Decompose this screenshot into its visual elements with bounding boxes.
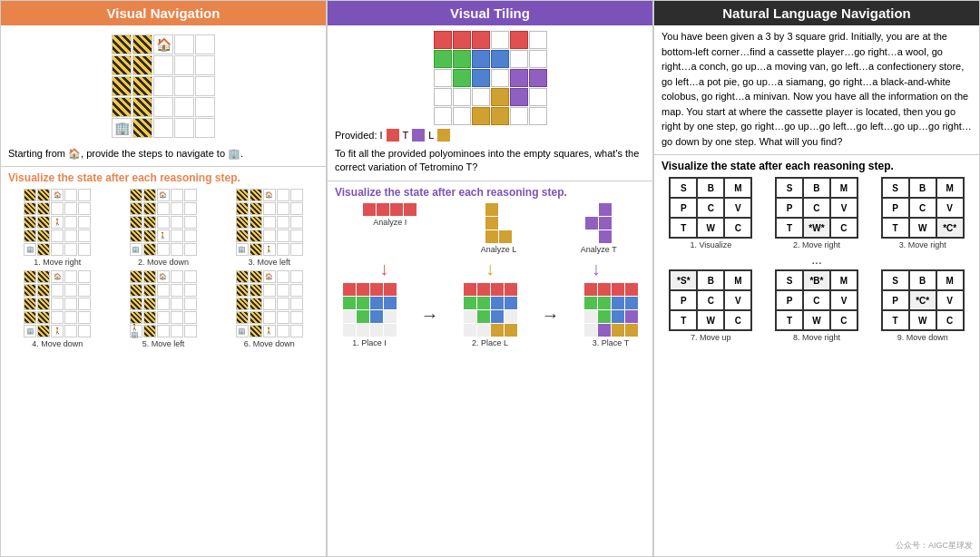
step-5-grid: 🏠 🚶🏢 <box>130 270 197 337</box>
separator <box>1 166 326 167</box>
arrow-right-1: → <box>421 306 439 324</box>
place-L-label: 2. Place L <box>472 338 508 347</box>
main-nav-grid-area: 🏠 <box>1 25 326 143</box>
nav-cell <box>112 97 132 117</box>
nav-cell <box>174 76 194 96</box>
step-2: 🏠 🚶 🏢 2. Move down <box>130 189 197 267</box>
swatch-yellow <box>437 129 450 142</box>
place-steps-row: 1. Place I → <box>328 281 652 349</box>
swatch-red <box>387 129 399 142</box>
step-3: 🏠 🏢🚶 3. Move left <box>236 189 303 267</box>
middle-reasoning-label: Visualize the state after each reasoning… <box>328 183 652 201</box>
nav-cell <box>195 76 215 96</box>
nav-cell <box>132 34 152 54</box>
nav-cell <box>153 55 173 75</box>
letter-grid-8: S*B*M PCV TWC <box>775 269 858 331</box>
nlp-steps-row-2: *S*BM PCV TWC 7. Move up S*B*M PCV TWC 8… <box>654 268 979 344</box>
step-5-label: 5. Move left <box>142 339 185 348</box>
step-6: 🏠 🏢🚶 6. Move down <box>236 270 303 348</box>
nav-cell <box>132 118 152 138</box>
nav-cell <box>132 55 152 75</box>
letter-grid-1: SBM PCV TWC <box>669 177 752 239</box>
swatch-purple <box>412 129 425 142</box>
nav-cell <box>174 118 194 138</box>
nlp-step-3: SBM PCV TW*C* 3. Move right <box>881 177 965 249</box>
main-nav-grid: 🏠 <box>112 34 215 138</box>
provided-row: Provided: I T L <box>328 127 652 143</box>
left-reasoning-label: Visualize the state after each reasoning… <box>1 169 326 187</box>
analyze-T-label: Analyze T <box>581 245 617 254</box>
main-tiling-area <box>328 25 652 127</box>
nlp-step-2: SBM PCV T*W*C 2. Move right <box>775 177 858 249</box>
letter-grid-7: *S*BM PCV TWC <box>669 269 752 331</box>
nav-cell <box>112 76 132 96</box>
panel-right: Natural Language Navigation You have bee… <box>654 1 979 556</box>
nav-cell <box>153 118 173 138</box>
right-text: You have been given a 3 by 3 square grid… <box>654 25 979 152</box>
letter-grid-9: SBM P*C*V TWC <box>881 269 965 331</box>
step-1-label: 1. Move right <box>34 258 81 267</box>
step-2-grid: 🏠 🚶 🏢 <box>130 189 197 256</box>
nlp-steps-row-1: SBM PCV TWC 1. Visualize SBM PCV T*W*C 2… <box>654 175 979 251</box>
nlp-step-9: SBM P*C*V TWC 9. Move down <box>881 269 965 342</box>
left-question: Starting from 🏠, provide the steps to na… <box>1 143 326 164</box>
letter-grid-3: SBM PCV TW*C* <box>881 177 965 239</box>
step-6-grid: 🏠 🏢🚶 <box>236 270 303 337</box>
step-1-grid: 🏠 🚶 🏢 <box>24 189 91 256</box>
right-panel-header: Natural Language Navigation <box>654 1 979 25</box>
ellipsis: ... <box>654 251 979 268</box>
nav-cell <box>195 97 215 117</box>
nlp-step-7-label: 7. Move up <box>691 333 731 342</box>
place-L: 2. Place L <box>464 283 517 347</box>
step-5: 🏠 🚶🏢 5. Move left <box>130 270 197 348</box>
middle-panel-header: Visual Tiling <box>328 1 652 25</box>
place-I: 1. Place I <box>343 283 397 347</box>
place-I-label: 1. Place I <box>352 338 387 347</box>
left-panel-header: Visual Navigation <box>1 1 326 25</box>
nav-cell <box>112 34 132 54</box>
nlp-step-7: *S*BM PCV TWC 7. Move up <box>669 269 752 342</box>
nav-cell-building: 🏢 <box>112 118 132 138</box>
nav-cell <box>174 97 194 117</box>
arrows-row: ↓ ↓ ↓ <box>328 256 652 281</box>
nav-cell <box>132 97 152 117</box>
arrow-right-2: → <box>542 306 560 324</box>
place-T-label: 3. Place T <box>593 338 629 347</box>
step-1: 🏠 🚶 🏢 1. Move right <box>24 189 91 267</box>
separator <box>654 154 979 155</box>
nav-cell <box>174 55 194 75</box>
analyze-I: Analyze I <box>363 203 416 227</box>
step-3-grid: 🏠 🏢🚶 <box>236 189 303 256</box>
middle-question: To fit all the provided polyominoes into… <box>328 143 652 179</box>
nav-cell <box>132 76 152 96</box>
analyze-steps-row: Analyze I Analyze L <box>328 201 652 256</box>
nlp-step-1: SBM PCV TWC 1. Visualize <box>669 177 752 249</box>
step-4-grid: 🏠 🏢🚶 <box>24 270 91 337</box>
place-T: 3. Place T <box>584 283 638 347</box>
arrow-T: ↓ <box>592 259 601 278</box>
analyze-T: Analyze T <box>581 203 617 254</box>
nav-cell <box>153 76 173 96</box>
arrow-I: ↓ <box>379 259 388 278</box>
nlp-step-9-label: 9. Move down <box>897 333 948 342</box>
letter-grid-2: SBM PCV T*W*C <box>775 177 858 239</box>
step-4: 🏠 🏢🚶 4. Move down <box>24 270 91 348</box>
nlp-step-8-label: 8. Move right <box>793 333 840 342</box>
separator <box>328 181 652 181</box>
steps-row-1: 🏠 🚶 🏢 1. Move right 🏠 🚶 🏢 2. Move do <box>1 187 326 269</box>
panel-middle: Visual Tiling <box>328 1 654 556</box>
nlp-step-2-label: 2. Move right <box>793 240 840 249</box>
nav-cell <box>195 118 215 138</box>
nlp-step-1-label: 1. Visualize <box>690 240 731 249</box>
analyze-I-label: Analyze I <box>373 218 407 227</box>
nav-cell <box>112 55 132 75</box>
analyze-L-label: Analyze L <box>481 245 517 254</box>
analyze-L: Analyze L <box>481 203 517 254</box>
panel-left: Visual Navigation 🏠 <box>1 1 328 556</box>
step-2-label: 2. Move down <box>138 258 189 267</box>
step-6-label: 6. Move down <box>244 339 295 348</box>
nav-cell-house: 🏠 <box>153 34 173 54</box>
nav-cell <box>195 34 215 54</box>
watermark: 公众号：AIGC星球发 <box>893 539 975 552</box>
nav-cell <box>174 34 194 54</box>
